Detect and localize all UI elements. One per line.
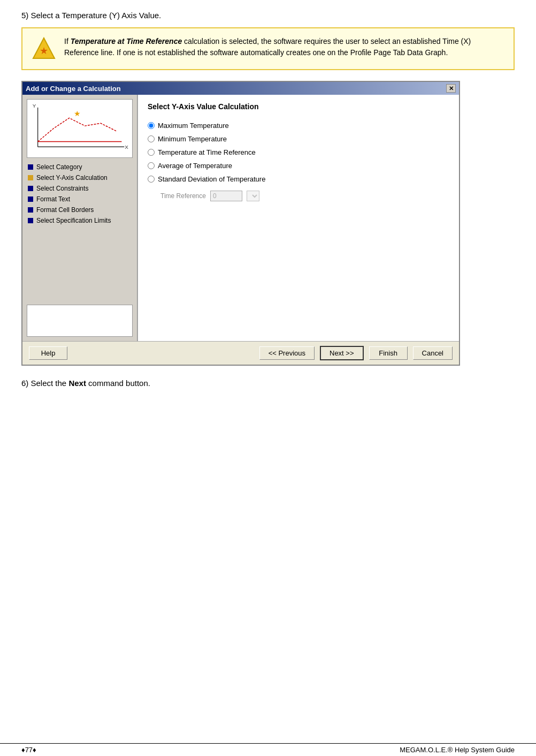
dialog-window: Add or Change a Calculation ✕ Y X: [21, 81, 460, 366]
time-reference-row: Time Reference ▼: [160, 191, 449, 201]
sidebar-item-label: Select Y-Axis Calculation: [36, 174, 108, 182]
sidebar-item-label: Format Text: [36, 195, 70, 203]
svg-text:★: ★: [40, 46, 48, 56]
footer-guide-title: MEGAM.O.L.E.® Help System Guide: [400, 746, 515, 754]
svg-text:Y: Y: [33, 103, 36, 109]
radio-label-time-ref: Temperature at Time Reference: [158, 148, 256, 156]
content-spacer: [148, 212, 449, 334]
sidebar-item-y-axis[interactable]: Select Y-Axis Calculation: [27, 173, 133, 183]
radio-label-std-dev: Standard Deviation of Temperature: [158, 175, 265, 183]
sidebar-bottom-area: [27, 305, 133, 337]
tip-icon: ★: [31, 36, 57, 62]
svg-text:X: X: [125, 144, 128, 150]
radio-label-minimum: Minimum Temperature: [158, 135, 227, 143]
dialog-content: Select Y-Axis Value Calculation Maximum …: [137, 95, 459, 341]
sidebar-item-label: Select Specification Limits: [36, 217, 111, 224]
radio-std-dev-temperature[interactable]: Standard Deviation of Temperature: [148, 175, 449, 183]
sidebar-item-cell-borders[interactable]: Format Cell Borders: [27, 205, 133, 215]
radio-maximum-temperature[interactable]: Maximum Temperature: [148, 122, 449, 130]
radio-label-maximum: Maximum Temperature: [158, 122, 229, 130]
tip-text: If Temperature at Time Reference calcula…: [64, 36, 505, 58]
sidebar-item-constraints[interactable]: Select Constraints: [27, 184, 133, 193]
next-button[interactable]: Next >>: [320, 346, 364, 360]
content-title: Select Y-Axis Value Calculation: [148, 102, 449, 111]
dialog-titlebar: Add or Change a Calculation ✕: [22, 82, 459, 95]
footer-page-number: ♦77♦: [21, 746, 36, 754]
dialog-footer: Help << Previous Next >> Finish Cancel: [22, 341, 459, 365]
time-ref-dropdown: ▼: [247, 191, 259, 201]
sidebar-chart: Y X ★: [27, 99, 133, 158]
tip-box: ★ If Temperature at Time Reference calcu…: [21, 27, 515, 70]
radio-group: Maximum Temperature Minimum Temperature …: [148, 122, 449, 201]
radio-input-std-dev[interactable]: [148, 176, 155, 183]
time-ref-label: Time Reference: [160, 192, 206, 200]
page-footer: ♦77♦ MEGAM.O.L.E.® Help System Guide: [0, 743, 536, 756]
help-button[interactable]: Help: [29, 346, 67, 360]
sidebar-item-select-category[interactable]: Select Category: [27, 162, 133, 172]
svg-rect-9: [28, 175, 33, 180]
sidebar-item-spec-limits[interactable]: Select Specification Limits: [27, 216, 133, 225]
radio-input-maximum[interactable]: [148, 122, 155, 129]
step5-heading: 5) Select a Temperature (Y) Axis Value.: [21, 11, 515, 20]
radio-minimum-temperature[interactable]: Minimum Temperature: [148, 135, 449, 143]
previous-button[interactable]: << Previous: [259, 346, 315, 360]
step6-text: 6) Select the Next command button.: [21, 379, 515, 388]
dialog-title: Add or Change a Calculation: [26, 85, 121, 93]
dialog-body: Y X ★ Select Category: [22, 95, 459, 341]
svg-rect-12: [28, 207, 33, 213]
sidebar-item-format-text[interactable]: Format Text: [27, 194, 133, 204]
sidebar-item-label: Select Category: [36, 163, 82, 171]
dialog-sidebar: Y X ★ Select Category: [22, 95, 137, 341]
svg-text:★: ★: [74, 110, 81, 118]
sidebar-nav-items: Select Category Select Y-Axis Calculatio…: [27, 162, 133, 301]
svg-rect-8: [28, 164, 33, 170]
radio-input-average[interactable]: [148, 162, 155, 169]
radio-average-temperature[interactable]: Average of Temperature: [148, 162, 449, 170]
svg-rect-11: [28, 196, 33, 202]
sidebar-item-label: Select Constraints: [36, 185, 88, 192]
sidebar-item-label: Format Cell Borders: [36, 206, 94, 214]
radio-label-average: Average of Temperature: [158, 162, 232, 170]
dialog-close-button[interactable]: ✕: [446, 84, 456, 93]
radio-input-time-ref[interactable]: [148, 149, 155, 156]
cancel-button[interactable]: Cancel: [413, 346, 453, 360]
svg-rect-10: [28, 186, 33, 191]
time-ref-input: [210, 191, 242, 201]
radio-temp-time-ref[interactable]: Temperature at Time Reference: [148, 148, 449, 156]
svg-rect-13: [28, 218, 33, 223]
radio-input-minimum[interactable]: [148, 135, 155, 142]
finish-button[interactable]: Finish: [369, 346, 408, 360]
